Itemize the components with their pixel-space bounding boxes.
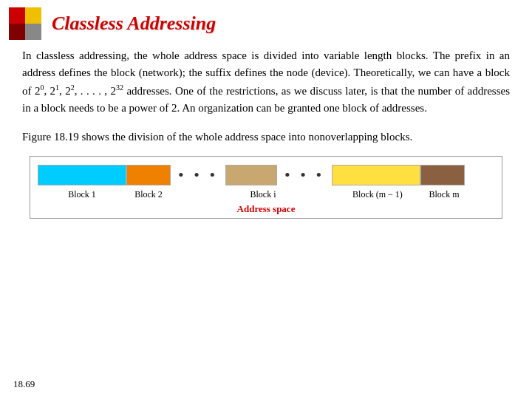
page-title: Classless Addressing (52, 13, 216, 35)
header: Classless Addressing (0, 0, 532, 44)
logo (9, 7, 41, 40)
content-area: In classless addressing, the whole addre… (0, 44, 532, 219)
para1-mid1: , 2 (44, 85, 55, 97)
label-blocki: Block i (237, 189, 289, 200)
logo-darkred-square (9, 24, 25, 40)
block-m (420, 165, 465, 185)
label-block-m1: Block (m − 1) (333, 189, 422, 200)
paragraph-1: In classless addressing, the whole addre… (22, 47, 510, 117)
block-1 (38, 165, 126, 185)
label-block-m: Block m (422, 189, 466, 200)
label-block2: Block 2 (126, 189, 171, 200)
logo-red-square (9, 7, 25, 24)
block-m1 (332, 165, 420, 185)
diagram-container: • • • • • • Block 1 Block 2 Block i Bloc… (30, 156, 502, 219)
figure-caption: Figure 18.19 shows the division of the w… (22, 129, 510, 146)
para1-mid2: , 2 (59, 85, 71, 97)
diagram-blocks-row: • • • • • • (38, 163, 494, 188)
dots-1: • • • (171, 165, 225, 185)
block-2 (126, 165, 171, 185)
logo-gray-square (25, 24, 41, 40)
logo-yellow-square (25, 7, 41, 24)
dots-2: • • • (277, 165, 332, 185)
label-block1: Block 1 (38, 189, 126, 200)
para1-mid3: , . . . . , 2 (75, 85, 116, 97)
block-i (225, 165, 277, 185)
diagram-labels-row: Block 1 Block 2 Block i Block (m − 1) Bl… (38, 189, 494, 200)
diagram-footer: Address space (38, 203, 494, 215)
sup-3: 32 (116, 83, 123, 92)
page-number: 18.69 (13, 378, 35, 390)
